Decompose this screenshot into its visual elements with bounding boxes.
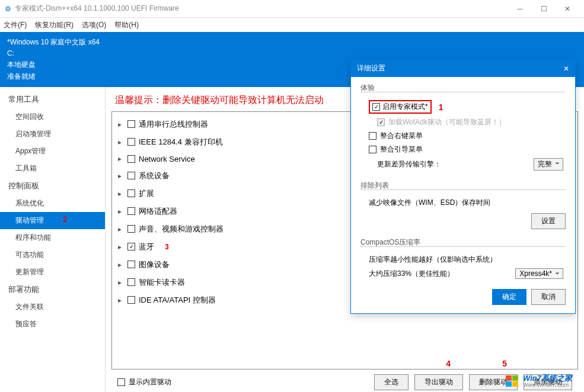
compact-pct: 大约压缩33%（更佳性能） <box>369 269 454 279</box>
sidebar-item-optional[interactable]: 可选功能 <box>0 246 105 264</box>
sidebar-item-answer[interactable]: 预应答 <box>0 316 105 333</box>
export-driver-button[interactable]: 导出驱动 <box>414 374 463 390</box>
annotation-3: 3 <box>165 243 169 251</box>
tree-label: 系统设备 <box>139 171 170 181</box>
update-engine-label: 更新差异传输引擎： <box>377 159 441 169</box>
ok-button[interactable]: 确定 <box>492 289 526 305</box>
bottom-bar: 显示内置驱动 全选 导出驱动 删除驱动 添加驱动 <box>111 369 578 392</box>
show-builtin-checkbox[interactable] <box>117 378 125 386</box>
dialog-title: 详细设置 <box>357 63 563 73</box>
expert-mode-label: 启用专家模式* <box>382 102 428 112</box>
sidebar-item-toolbox[interactable]: 工具箱 <box>0 160 105 177</box>
sidebar-item-assoc[interactable]: 文件关联 <box>0 298 105 316</box>
expand-arrow-icon[interactable]: ▸ <box>118 243 124 251</box>
tree-checkbox[interactable] <box>127 278 135 286</box>
menubar: 文件(F) 恢复功能(R) 选项(O) 帮助(H) <box>0 18 584 32</box>
sidebar-item-update[interactable]: 更新管理 <box>0 264 105 281</box>
tree-checkbox[interactable] <box>127 155 135 163</box>
expand-arrow-icon[interactable]: ▸ <box>118 120 124 128</box>
tree-label: IEEE 1284.4 兼容打印机 <box>139 137 223 147</box>
exclude-settings-button[interactable]: 设置 <box>531 213 566 229</box>
tree-label: 智能卡读卡器 <box>139 277 185 288</box>
tree-checkbox[interactable] <box>127 138 135 146</box>
tree-label: 通用串行总线控制器 <box>139 119 208 130</box>
minimize-button[interactable]: ─ <box>508 0 532 18</box>
sidebar: 常用工具 空间回收 启动项管理 Appx管理 工具箱 控制面板 系统优化 驱动管… <box>0 87 106 392</box>
window-buttons: ─ ☐ ✕ <box>508 0 579 18</box>
tree-checkbox[interactable] <box>127 120 135 128</box>
menu-help[interactable]: 帮助(H) <box>114 20 139 30</box>
sidebar-item-appx[interactable]: Appx管理 <box>0 143 105 160</box>
show-builtin-label: 显示内置驱动 <box>129 377 171 387</box>
cancel-button[interactable]: 取消 <box>531 289 566 305</box>
delete-driver-button[interactable]: 删除驱动 <box>469 374 518 390</box>
boot-menu-checkbox[interactable] <box>369 146 376 153</box>
annotation-2: 2 <box>63 216 67 224</box>
dialog-titlebar[interactable]: 详细设置 ✕ <box>351 60 575 77</box>
expert-mode-highlight: 启用专家模式* <box>369 100 432 114</box>
close-button[interactable]: ✕ <box>556 0 579 18</box>
expert-mode-checkbox[interactable] <box>372 103 380 111</box>
expand-arrow-icon[interactable]: ▸ <box>118 278 124 287</box>
group-experience: 体验 启用专家模式* 1 加载WofAdk驱动（可能导致蓝屏！） 整合右键菜单 <box>360 83 566 172</box>
expand-arrow-icon[interactable]: ▸ <box>118 155 124 163</box>
expand-arrow-icon[interactable]: ▸ <box>118 207 124 216</box>
compact-select[interactable]: Xpress4k* <box>515 268 563 279</box>
wofadk-label: 加载WofAdk驱动（可能导致蓝屏！） <box>388 117 506 127</box>
tree-label: Network Service <box>139 155 195 163</box>
tree-checkbox[interactable] <box>127 207 135 215</box>
expand-arrow-icon[interactable]: ▸ <box>118 189 124 198</box>
info-drive: C: <box>7 48 577 59</box>
dialog-button-row: 确定 取消 <box>360 289 566 305</box>
tree-label: 蓝牙 <box>139 242 154 252</box>
boot-menu-label: 整合引导菜单 <box>380 144 423 155</box>
expand-arrow-icon[interactable]: ▸ <box>118 261 124 269</box>
sidebar-item-label: 驱动管理 <box>15 216 44 224</box>
expand-arrow-icon[interactable]: ▸ <box>118 172 124 180</box>
update-engine-select[interactable]: 完整 <box>534 158 563 171</box>
expand-arrow-icon[interactable]: ▸ <box>118 296 124 304</box>
titlebar: ⚙ 专家模式-Dism++x64 10.1.1000.100 UEFI Firm… <box>0 0 584 18</box>
menu-recover[interactable]: 恢复功能(R) <box>35 20 74 30</box>
tree-label: 声音、视频和游戏控制器 <box>139 224 224 234</box>
dialog-body: 体验 启用专家模式* 1 加载WofAdk驱动（可能导致蓝屏！） 整合右键菜单 <box>351 77 575 313</box>
sidebar-section-tools: 常用工具 <box>0 91 105 108</box>
tree-checkbox[interactable] <box>127 296 135 304</box>
sidebar-section-deploy: 部署功能 <box>0 281 105 298</box>
sidebar-item-optimize[interactable]: 系统优化 <box>0 195 105 212</box>
window-title: 专家模式-Dism++x64 10.1.1000.100 UEFI Firmwa… <box>15 4 508 14</box>
menu-options[interactable]: 选项(O) <box>82 20 106 30</box>
tree-checkbox[interactable] <box>127 189 135 197</box>
sidebar-item-driver[interactable]: 驱动管理 2 <box>0 212 105 229</box>
group-exclude: 排除列表 减少映像文件（WIM、ESD）保存时间 设置 <box>360 181 566 229</box>
group-compact: CompactOS压缩率 压缩率越小性能越好（仅影响选中系统） 大约压缩33%（… <box>360 237 566 281</box>
compact-desc: 压缩率越小性能越好（仅影响选中系统） <box>369 255 497 265</box>
tree-checkbox[interactable] <box>127 261 135 268</box>
info-os: *Windows 10 家庭中文版 x64 <box>7 37 577 48</box>
select-all-button[interactable]: 全选 <box>374 374 409 390</box>
tree-label: 网络适配器 <box>139 206 177 217</box>
annotation-1: 1 <box>439 102 443 112</box>
exclude-desc: 减少映像文件（WIM、ESD）保存时间 <box>369 198 490 208</box>
expand-arrow-icon[interactable]: ▸ <box>118 225 124 233</box>
gear-icon: ⚙ <box>5 5 11 13</box>
wofadk-checkbox <box>377 118 385 126</box>
expand-arrow-icon[interactable]: ▸ <box>118 138 124 146</box>
right-menu-label: 整合右键菜单 <box>380 131 423 141</box>
tree-checkbox[interactable] <box>127 225 135 233</box>
tree-checkbox[interactable] <box>127 172 135 179</box>
sidebar-item-startup[interactable]: 启动项管理 <box>0 126 105 143</box>
menu-file[interactable]: 文件(F) <box>4 20 27 30</box>
sidebar-item-space[interactable]: 空间回收 <box>0 108 105 126</box>
maximize-button[interactable]: ☐ <box>532 0 556 18</box>
sidebar-item-programs[interactable]: 程序和功能 <box>0 229 105 246</box>
add-driver-button[interactable]: 添加驱动 <box>524 374 572 390</box>
settings-dialog: 详细设置 ✕ 体验 启用专家模式* 1 加载WofAdk驱动（可能导致蓝屏！） <box>350 59 576 314</box>
tree-label: IDE ATA/ATAPI 控制器 <box>139 295 216 306</box>
tree-label: 扩展 <box>139 188 154 199</box>
tree-checkbox[interactable] <box>127 243 135 250</box>
right-menu-checkbox[interactable] <box>369 132 376 140</box>
tree-label: 图像设备 <box>139 259 170 270</box>
dialog-close-icon[interactable]: ✕ <box>563 65 569 73</box>
sidebar-section-control: 控制面板 <box>0 177 105 195</box>
